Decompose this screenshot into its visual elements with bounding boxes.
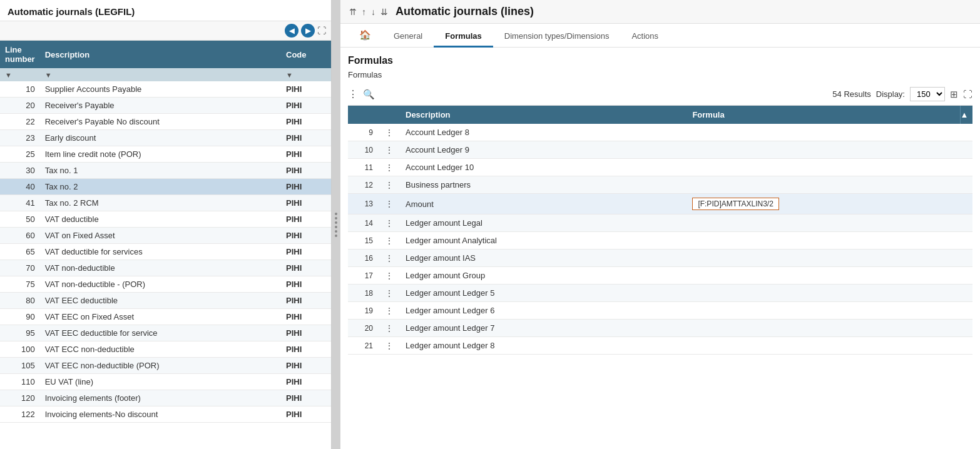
table-row[interactable]: 16 ⋮ Ledger amount IAS [348, 250, 972, 267]
table-row[interactable]: 9 ⋮ Account Ledger 8 [348, 124, 972, 141]
cell-drag[interactable]: ⋮ [379, 250, 399, 267]
cell-rt-formula [686, 232, 960, 250]
table-row[interactable]: 22 Receiver's Payable No discount PIHI [0, 114, 331, 130]
cell-drag[interactable]: ⋮ [379, 232, 399, 250]
col-rt-description: Description [399, 106, 686, 124]
tab-dimensions[interactable]: Dimension types/Dimensions [493, 26, 621, 48]
cell-line: 20 [0, 98, 40, 114]
table-row[interactable]: 18 ⋮ Ledger amount Ledger 5 [348, 285, 972, 302]
cell-spacer [960, 232, 972, 250]
table-row[interactable]: 19 ⋮ Ledger amount Ledger 6 [348, 302, 972, 320]
layers-icon[interactable]: ⊞ [950, 89, 958, 100]
cell-rt-formula [686, 320, 960, 337]
cell-rt-formula [686, 285, 960, 302]
table-row[interactable]: 70 VAT non-deductible PIHI [0, 260, 331, 276]
prev-button[interactable]: ◀ [285, 24, 299, 38]
cell-spacer [960, 159, 972, 176]
cell-desc: Receiver's Payable [40, 98, 281, 114]
table-row[interactable]: 13 ⋮ Amount [F:PID]AMTTAXLIN3/2 [348, 194, 972, 214]
cell-drag[interactable]: ⋮ [379, 302, 399, 320]
cell-rt-desc: Ledger amount Ledger 6 [399, 302, 686, 320]
nav-up[interactable]: ↑ [360, 6, 367, 18]
tab-actions[interactable]: Actions [620, 26, 670, 48]
formula-value: [F:PID]AMTTAXLIN3/2 [692, 198, 778, 210]
tab-formulas[interactable]: Formulas [434, 26, 493, 48]
col-description: Description [40, 41, 281, 68]
table-row[interactable]: 11 ⋮ Account Ledger 10 [348, 159, 972, 176]
expand-table-icon[interactable]: ⛶ [963, 89, 972, 99]
table-row[interactable]: 12 ⋮ Business partners [348, 176, 972, 194]
tab-general[interactable]: General [382, 26, 434, 48]
table-row[interactable]: 15 ⋮ Ledger amount Analytical [348, 232, 972, 250]
table-row[interactable]: 10 Supplier Accounts Payable PIHI [0, 81, 331, 98]
nav-down[interactable]: ↓ [370, 6, 377, 18]
cell-spacer [960, 267, 972, 285]
table-row[interactable]: 90 VAT EEC on Fixed Asset PIHI [0, 309, 331, 325]
table-row[interactable]: 40 Tax no. 2 PIHI [0, 179, 331, 195]
table-row[interactable]: 20 Receiver's Payable PIHI [0, 98, 331, 114]
table-row[interactable]: 65 VAT deductible for services PIHI [0, 244, 331, 260]
table-row[interactable]: 95 VAT EEC deductible for service PIHI [0, 325, 331, 341]
cell-drag[interactable]: ⋮ [379, 141, 399, 159]
table-row[interactable]: 23 Early discount PIHI [0, 130, 331, 146]
table-row[interactable]: 17 ⋮ Ledger amount Group [348, 267, 972, 285]
table-row[interactable]: 14 ⋮ Ledger amount Legal [348, 214, 972, 232]
right-top-bar: ⇈ ↑ ↓ ⇊ Automatic journals (lines) [340, 0, 980, 24]
search-icon[interactable]: 🔍 [363, 89, 375, 100]
cell-code: PIHI [281, 374, 331, 390]
panel-divider[interactable] [332, 0, 340, 449]
cell-rt-desc: Ledger amount Ledger 8 [399, 337, 686, 355]
cell-line: 100 [0, 341, 40, 358]
cell-code: PIHI [281, 98, 331, 114]
next-button[interactable]: ▶ [301, 24, 315, 38]
nav-first[interactable]: ⇈ [348, 6, 358, 18]
table-row[interactable]: 105 VAT EEC non-deductible (POR) PIHI [0, 358, 331, 374]
formulas-toolbar: ⋮ 🔍 54 Results Display: 150 50 100 200 ⊞… [348, 83, 972, 106]
sub-label: Formulas [348, 70, 972, 79]
table-row[interactable]: 80 VAT EEC deductible PIHI [0, 293, 331, 309]
table-row[interactable]: 50 VAT deductible PIHI [0, 211, 331, 228]
cell-rt-formula [686, 141, 960, 159]
table-row[interactable]: 30 Tax no. 1 PIHI [0, 163, 331, 179]
table-row[interactable]: 110 EU VAT (line) PIHI [0, 374, 331, 390]
cell-code: PIHI [281, 228, 331, 244]
cell-drag[interactable]: ⋮ [379, 285, 399, 302]
table-row[interactable]: 120 Invoicing elements (footer) PIHI [0, 390, 331, 406]
cell-code: PIHI [281, 130, 331, 146]
cell-line: 80 [0, 293, 40, 309]
cell-drag[interactable]: ⋮ [379, 214, 399, 232]
cell-rt-desc: Ledger amount Ledger 7 [399, 320, 686, 337]
table-row[interactable]: 21 ⋮ Ledger amount Ledger 8 [348, 337, 972, 355]
cell-drag[interactable]: ⋮ [379, 337, 399, 355]
menu-dots[interactable]: ⋮ [348, 88, 358, 100]
cell-drag[interactable]: ⋮ [379, 267, 399, 285]
table-row[interactable]: 41 Tax no. 2 RCM PIHI [0, 195, 331, 211]
cell-drag[interactable]: ⋮ [379, 194, 399, 214]
cell-rt-desc: Ledger amount Ledger 5 [399, 285, 686, 302]
left-panel: Automatic journals (LEGFIL) ◀ ▶ ⛶ Line n… [0, 0, 332, 449]
table-row[interactable]: 25 Item line credit note (POR) PIHI [0, 146, 331, 163]
cell-row-num: 21 [348, 337, 379, 355]
table-row[interactable]: 10 ⋮ Account Ledger 9 [348, 141, 972, 159]
left-panel-title: Automatic journals (LEGFIL) [0, 0, 331, 21]
cell-spacer [960, 214, 972, 232]
col-code: Code [281, 41, 331, 68]
cell-rt-desc: Ledger amount Group [399, 267, 686, 285]
cell-code: PIHI [281, 293, 331, 309]
cell-drag[interactable]: ⋮ [379, 159, 399, 176]
display-select[interactable]: 150 50 100 200 [910, 87, 945, 101]
cell-drag[interactable]: ⋮ [379, 320, 399, 337]
expand-button[interactable]: ⛶ [317, 26, 326, 36]
right-tabs: 🏠 General Formulas Dimension types/Dimen… [340, 24, 980, 48]
tab-home[interactable]: 🏠 [348, 24, 382, 48]
cell-spacer [960, 320, 972, 337]
nav-last[interactable]: ⇊ [379, 6, 389, 18]
cell-line: 23 [0, 130, 40, 146]
table-row[interactable]: 122 Invoicing elements-No discount PIHI [0, 406, 331, 423]
table-row[interactable]: 20 ⋮ Ledger amount Ledger 7 [348, 320, 972, 337]
table-row[interactable]: 100 VAT ECC non-deductible PIHI [0, 341, 331, 358]
table-row[interactable]: 60 VAT on Fixed Asset PIHI [0, 228, 331, 244]
table-row[interactable]: 75 VAT non-deductible - (POR) PIHI [0, 276, 331, 293]
cell-drag[interactable]: ⋮ [379, 176, 399, 194]
cell-drag[interactable]: ⋮ [379, 124, 399, 141]
